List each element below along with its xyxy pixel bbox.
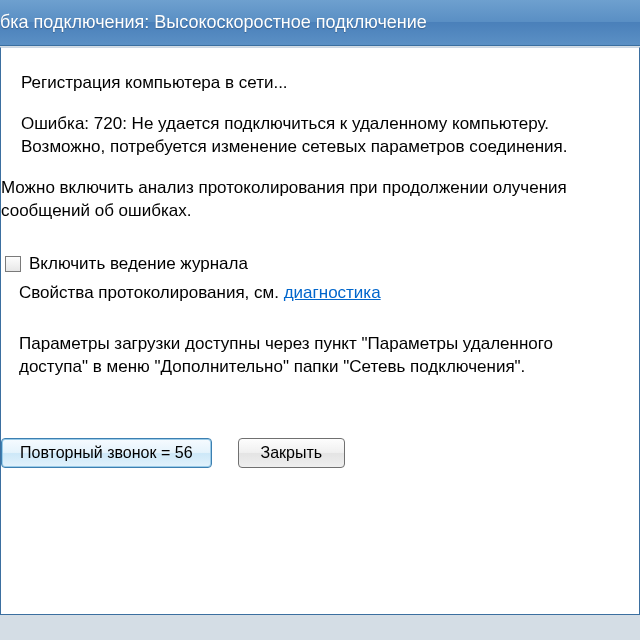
params-note: Параметры загрузки доступны через пункт … [1,333,619,379]
titlebar[interactable]: бка подключения: Высокоскоростное подклю… [0,0,640,46]
error-dialog: бка подключения: Высокоскоростное подклю… [0,0,640,640]
enable-logging-row[interactable]: Включить ведение журнала [1,253,619,276]
close-button[interactable]: Закрыть [238,438,346,468]
error-message: Ошибка: 720: Не удается подключиться к у… [1,113,619,159]
window-title: бка подключения: Высокоскоростное подклю… [0,12,427,33]
status-text: Регистрация компьютера в сети... [1,72,619,95]
enable-logging-label: Включить ведение журнала [29,253,248,276]
button-row: Повторный звонок = 56 Закрыть [1,438,619,468]
logging-properties-prefix: Свойства протоколирования, см. [19,283,284,302]
client-area: Регистрация компьютера в сети... Ошибка:… [0,47,640,615]
redial-button[interactable]: Повторный звонок = 56 [1,438,212,468]
logging-properties-line: Свойства протоколирования, см. диагности… [1,282,619,305]
analysis-hint: Можно включить анализ протоколирования п… [1,177,619,223]
diagnostics-link[interactable]: диагностика [284,283,381,302]
enable-logging-checkbox[interactable] [5,256,21,272]
